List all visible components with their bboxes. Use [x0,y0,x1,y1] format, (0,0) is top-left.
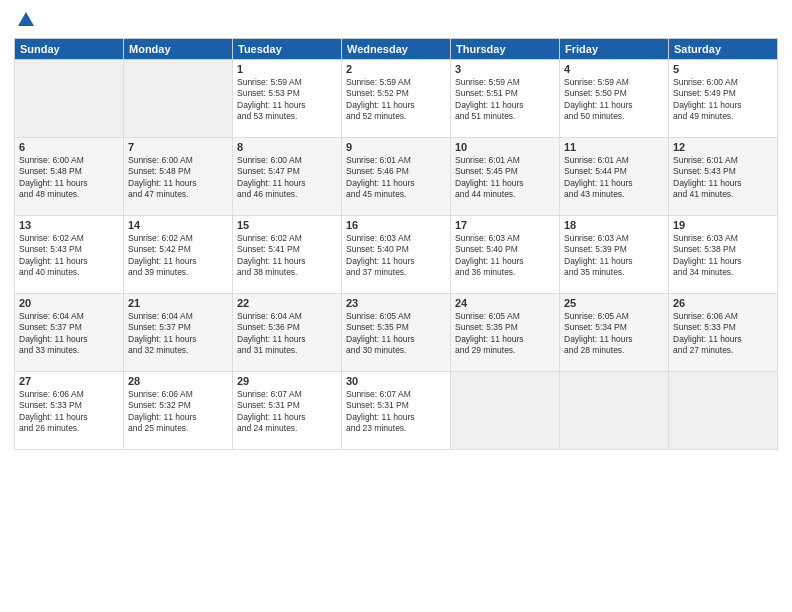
calendar-cell: 15Sunrise: 6:02 AM Sunset: 5:41 PM Dayli… [233,216,342,294]
calendar-cell: 16Sunrise: 6:03 AM Sunset: 5:40 PM Dayli… [342,216,451,294]
day-number: 8 [237,141,337,153]
day-number: 17 [455,219,555,231]
day-number: 15 [237,219,337,231]
day-info: Sunrise: 6:02 AM Sunset: 5:42 PM Dayligh… [128,233,228,279]
day-number: 2 [346,63,446,75]
day-info: Sunrise: 6:07 AM Sunset: 5:31 PM Dayligh… [346,389,446,435]
calendar-cell: 1Sunrise: 5:59 AM Sunset: 5:53 PM Daylig… [233,60,342,138]
calendar-cell: 4Sunrise: 5:59 AM Sunset: 5:50 PM Daylig… [560,60,669,138]
day-number: 7 [128,141,228,153]
day-info: Sunrise: 6:03 AM Sunset: 5:38 PM Dayligh… [673,233,773,279]
calendar-cell: 5Sunrise: 6:00 AM Sunset: 5:49 PM Daylig… [669,60,778,138]
weekday-header: Monday [124,39,233,60]
weekday-header: Saturday [669,39,778,60]
calendar-header-row: SundayMondayTuesdayWednesdayThursdayFrid… [15,39,778,60]
calendar-cell [451,372,560,450]
calendar-cell: 22Sunrise: 6:04 AM Sunset: 5:36 PM Dayli… [233,294,342,372]
day-number: 23 [346,297,446,309]
calendar-cell: 10Sunrise: 6:01 AM Sunset: 5:45 PM Dayli… [451,138,560,216]
calendar-cell [560,372,669,450]
day-number: 10 [455,141,555,153]
day-info: Sunrise: 6:05 AM Sunset: 5:35 PM Dayligh… [455,311,555,357]
day-number: 30 [346,375,446,387]
day-number: 25 [564,297,664,309]
day-number: 21 [128,297,228,309]
day-info: Sunrise: 6:01 AM Sunset: 5:46 PM Dayligh… [346,155,446,201]
day-info: Sunrise: 6:04 AM Sunset: 5:37 PM Dayligh… [19,311,119,357]
day-number: 24 [455,297,555,309]
weekday-header: Thursday [451,39,560,60]
calendar-week-row: 27Sunrise: 6:06 AM Sunset: 5:33 PM Dayli… [15,372,778,450]
day-info: Sunrise: 6:01 AM Sunset: 5:44 PM Dayligh… [564,155,664,201]
calendar-cell: 26Sunrise: 6:06 AM Sunset: 5:33 PM Dayli… [669,294,778,372]
day-info: Sunrise: 6:06 AM Sunset: 5:33 PM Dayligh… [673,311,773,357]
day-info: Sunrise: 6:04 AM Sunset: 5:37 PM Dayligh… [128,311,228,357]
calendar-week-row: 1Sunrise: 5:59 AM Sunset: 5:53 PM Daylig… [15,60,778,138]
calendar-cell: 6Sunrise: 6:00 AM Sunset: 5:48 PM Daylig… [15,138,124,216]
calendar-cell: 25Sunrise: 6:05 AM Sunset: 5:34 PM Dayli… [560,294,669,372]
day-number: 27 [19,375,119,387]
day-number: 13 [19,219,119,231]
day-number: 20 [19,297,119,309]
calendar: SundayMondayTuesdayWednesdayThursdayFrid… [14,38,778,450]
day-info: Sunrise: 6:00 AM Sunset: 5:49 PM Dayligh… [673,77,773,123]
day-number: 28 [128,375,228,387]
logo-icon [16,10,36,30]
day-info: Sunrise: 5:59 AM Sunset: 5:52 PM Dayligh… [346,77,446,123]
day-info: Sunrise: 5:59 AM Sunset: 5:53 PM Dayligh… [237,77,337,123]
day-number: 26 [673,297,773,309]
calendar-cell: 23Sunrise: 6:05 AM Sunset: 5:35 PM Dayli… [342,294,451,372]
logo [14,10,36,30]
day-number: 14 [128,219,228,231]
day-number: 3 [455,63,555,75]
calendar-cell: 7Sunrise: 6:00 AM Sunset: 5:48 PM Daylig… [124,138,233,216]
calendar-cell: 28Sunrise: 6:06 AM Sunset: 5:32 PM Dayli… [124,372,233,450]
header [14,10,778,30]
calendar-cell: 13Sunrise: 6:02 AM Sunset: 5:43 PM Dayli… [15,216,124,294]
calendar-cell: 3Sunrise: 5:59 AM Sunset: 5:51 PM Daylig… [451,60,560,138]
calendar-cell: 30Sunrise: 6:07 AM Sunset: 5:31 PM Dayli… [342,372,451,450]
page: SundayMondayTuesdayWednesdayThursdayFrid… [0,0,792,612]
day-info: Sunrise: 6:03 AM Sunset: 5:40 PM Dayligh… [455,233,555,279]
calendar-cell: 20Sunrise: 6:04 AM Sunset: 5:37 PM Dayli… [15,294,124,372]
day-number: 16 [346,219,446,231]
calendar-cell: 27Sunrise: 6:06 AM Sunset: 5:33 PM Dayli… [15,372,124,450]
day-number: 19 [673,219,773,231]
day-info: Sunrise: 6:06 AM Sunset: 5:33 PM Dayligh… [19,389,119,435]
calendar-cell: 19Sunrise: 6:03 AM Sunset: 5:38 PM Dayli… [669,216,778,294]
calendar-week-row: 13Sunrise: 6:02 AM Sunset: 5:43 PM Dayli… [15,216,778,294]
day-info: Sunrise: 6:00 AM Sunset: 5:48 PM Dayligh… [19,155,119,201]
day-info: Sunrise: 6:04 AM Sunset: 5:36 PM Dayligh… [237,311,337,357]
weekday-header: Sunday [15,39,124,60]
calendar-cell [15,60,124,138]
day-number: 6 [19,141,119,153]
day-number: 4 [564,63,664,75]
day-number: 18 [564,219,664,231]
day-info: Sunrise: 6:01 AM Sunset: 5:43 PM Dayligh… [673,155,773,201]
calendar-cell: 18Sunrise: 6:03 AM Sunset: 5:39 PM Dayli… [560,216,669,294]
day-info: Sunrise: 6:01 AM Sunset: 5:45 PM Dayligh… [455,155,555,201]
day-info: Sunrise: 5:59 AM Sunset: 5:50 PM Dayligh… [564,77,664,123]
day-info: Sunrise: 6:05 AM Sunset: 5:34 PM Dayligh… [564,311,664,357]
calendar-cell: 9Sunrise: 6:01 AM Sunset: 5:46 PM Daylig… [342,138,451,216]
calendar-week-row: 20Sunrise: 6:04 AM Sunset: 5:37 PM Dayli… [15,294,778,372]
calendar-cell: 14Sunrise: 6:02 AM Sunset: 5:42 PM Dayli… [124,216,233,294]
calendar-cell [124,60,233,138]
day-number: 5 [673,63,773,75]
day-number: 22 [237,297,337,309]
day-number: 1 [237,63,337,75]
day-info: Sunrise: 6:03 AM Sunset: 5:39 PM Dayligh… [564,233,664,279]
day-info: Sunrise: 6:05 AM Sunset: 5:35 PM Dayligh… [346,311,446,357]
day-info: Sunrise: 6:00 AM Sunset: 5:47 PM Dayligh… [237,155,337,201]
day-number: 11 [564,141,664,153]
calendar-cell [669,372,778,450]
weekday-header: Wednesday [342,39,451,60]
day-number: 29 [237,375,337,387]
day-number: 12 [673,141,773,153]
weekday-header: Tuesday [233,39,342,60]
day-info: Sunrise: 6:02 AM Sunset: 5:43 PM Dayligh… [19,233,119,279]
day-info: Sunrise: 6:00 AM Sunset: 5:48 PM Dayligh… [128,155,228,201]
day-info: Sunrise: 6:03 AM Sunset: 5:40 PM Dayligh… [346,233,446,279]
day-number: 9 [346,141,446,153]
day-info: Sunrise: 5:59 AM Sunset: 5:51 PM Dayligh… [455,77,555,123]
